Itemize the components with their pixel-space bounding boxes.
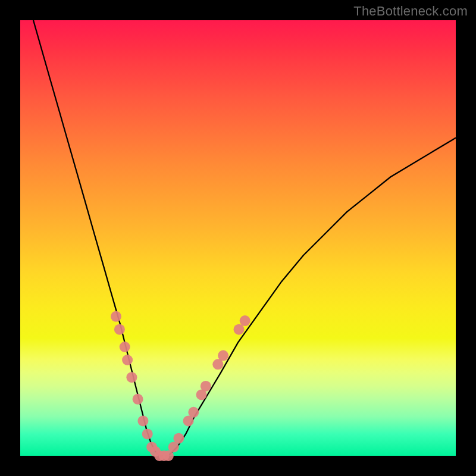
data-marker	[120, 342, 130, 352]
data-marker	[114, 324, 125, 335]
data-marker	[126, 372, 137, 383]
watermark-text: TheBottleneck.com	[353, 4, 468, 19]
data-marker	[218, 350, 228, 361]
data-marker	[173, 433, 184, 444]
data-marker	[137, 415, 148, 426]
data-marker	[201, 381, 211, 392]
data-marker	[188, 407, 199, 418]
data-marker	[111, 311, 121, 322]
data-marker	[240, 315, 250, 326]
marker-layer	[111, 311, 250, 461]
curve-path	[33, 20, 456, 456]
plot-area	[20, 20, 456, 456]
data-marker	[133, 394, 143, 405]
chart-svg	[20, 20, 456, 456]
data-marker	[122, 355, 133, 365]
data-marker	[142, 428, 153, 439]
data-marker	[234, 324, 245, 335]
